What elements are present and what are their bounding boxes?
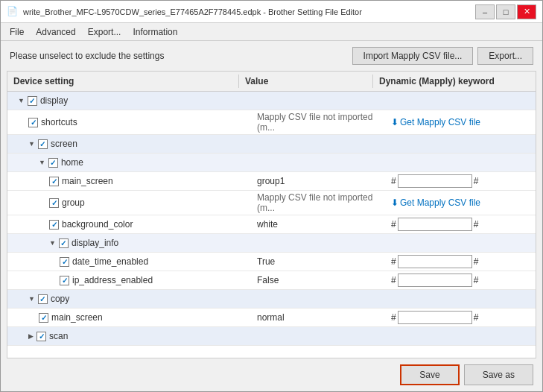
table-row: date_time_enabled True # # xyxy=(7,253,536,271)
expand-icon[interactable]: ▼ xyxy=(39,159,45,166)
row-label: main_screen xyxy=(51,312,103,323)
row-display-keyword xyxy=(387,92,536,110)
row-scan-value xyxy=(253,327,387,345)
hash-suffix: # xyxy=(474,256,479,267)
value-text: normal xyxy=(257,312,285,323)
get-mapply-link[interactable]: Get Mapply CSV file xyxy=(400,117,480,127)
ip-checkbox[interactable] xyxy=(60,276,69,285)
row-label: screen xyxy=(51,139,77,149)
row-screen-keyword xyxy=(387,135,536,153)
save-button[interactable]: Save xyxy=(400,364,459,385)
footer: Save Save as xyxy=(1,358,542,391)
expand-icon[interactable]: ▼ xyxy=(28,140,35,148)
download-icon: ⬇ xyxy=(391,117,398,127)
toolbar-buttons: Import Mapply CSV file... Export... xyxy=(352,47,533,65)
toolbar-instruction: Please unselect to exclude the settings xyxy=(10,51,164,61)
row-label: main_screen xyxy=(62,176,113,186)
value-text: group1 xyxy=(257,176,285,186)
row-display-setting: ▼ display xyxy=(7,92,253,110)
export-button[interactable]: Export... xyxy=(477,47,533,65)
col-value: Value xyxy=(239,75,373,88)
copy-main-screen-keyword-input[interactable] xyxy=(398,311,472,324)
display-checkbox[interactable] xyxy=(28,96,37,106)
row-copy-keyword xyxy=(387,290,536,308)
download-icon: ⬇ xyxy=(391,197,398,208)
row-bg-color-keyword: # # xyxy=(387,215,536,233)
screen-checkbox[interactable] xyxy=(38,139,48,149)
value-text: white xyxy=(257,219,278,230)
row-display-info-value xyxy=(253,234,387,252)
bg-color-keyword-input[interactable] xyxy=(398,218,472,231)
menu-advanced[interactable]: Advanced xyxy=(30,25,81,39)
row-display-info-keyword xyxy=(387,234,536,252)
row-home-keyword xyxy=(387,154,536,171)
table-row: background_color white # # xyxy=(7,215,536,234)
hash-prefix: # xyxy=(391,219,396,230)
expand-icon[interactable]: ▶ xyxy=(28,332,34,340)
row-display-value xyxy=(253,92,387,110)
table-row: ▼ copy xyxy=(7,290,536,309)
minimize-button[interactable]: – xyxy=(475,4,495,19)
row-datetime-keyword: # # xyxy=(387,253,536,271)
hash-suffix: # xyxy=(474,176,479,186)
table-row: ▶ scan xyxy=(7,327,536,346)
save-as-button[interactable]: Save as xyxy=(464,364,533,385)
expand-icon[interactable]: ▼ xyxy=(49,239,56,247)
close-button[interactable]: ✕ xyxy=(517,4,536,19)
copy-checkbox[interactable] xyxy=(38,294,48,304)
table-row: main_screen group1 # # xyxy=(7,172,536,191)
datetime-checkbox[interactable] xyxy=(60,257,69,267)
row-main-screen-keyword: # # xyxy=(387,172,536,190)
title-bar: 📄 write_Brother_MFC-L9570CDW_series_E774… xyxy=(1,1,542,23)
table-row: ▼ home xyxy=(7,154,536,172)
row-label: copy xyxy=(51,294,69,304)
bg-color-checkbox[interactable] xyxy=(49,220,59,230)
content-area: Device setting Value Dynamic (Mapply) ke… xyxy=(7,71,536,358)
hash-prefix: # xyxy=(391,176,396,186)
row-label: scan xyxy=(49,331,68,341)
datetime-keyword-input[interactable] xyxy=(398,255,472,268)
table-row: shortcuts Mapply CSV file not imported (… xyxy=(7,110,536,135)
scan-checkbox[interactable] xyxy=(36,332,46,341)
row-ip-setting: ip_address_enabled xyxy=(7,271,253,289)
row-label: display xyxy=(40,95,68,106)
row-shortcuts-keyword: ⬇ Get Mapply CSV file xyxy=(387,113,536,131)
shortcuts-checkbox[interactable] xyxy=(28,118,38,127)
hash-suffix: # xyxy=(474,312,479,323)
maximize-button[interactable]: □ xyxy=(496,4,515,19)
menu-export[interactable]: Export... xyxy=(82,25,127,39)
table-row: main_screen normal # # xyxy=(7,309,536,327)
value-text: True xyxy=(257,256,275,267)
row-copy-main-screen-setting: main_screen xyxy=(7,309,253,326)
menu-information[interactable]: Information xyxy=(127,25,183,39)
group-checkbox[interactable] xyxy=(49,198,59,208)
row-label: background_color xyxy=(62,219,133,230)
table-row: ▼ screen xyxy=(7,135,536,154)
expand-icon[interactable]: ▼ xyxy=(28,295,35,303)
row-shortcuts-value: Mapply CSV file not imported (m... xyxy=(253,110,387,134)
main-screen-keyword-input[interactable] xyxy=(398,174,472,188)
display-info-checkbox[interactable] xyxy=(59,238,69,248)
get-mapply-link-group[interactable]: Get Mapply CSV file xyxy=(400,197,480,208)
toolbar: Please unselect to exclude the settings … xyxy=(1,41,542,71)
row-datetime-setting: date_time_enabled xyxy=(7,253,253,271)
main-screen-checkbox[interactable] xyxy=(49,177,59,186)
table-row: ▼ display_info xyxy=(7,234,536,253)
value-text: False xyxy=(257,275,279,285)
mapply-not-imported: Mapply CSV file not imported (m... xyxy=(257,112,382,133)
app-icon: 📄 xyxy=(7,6,19,18)
row-copy-main-screen-value: normal xyxy=(253,309,387,326)
row-main-screen-setting: main_screen xyxy=(7,172,253,190)
menu-file[interactable]: File xyxy=(4,25,30,39)
home-checkbox[interactable] xyxy=(48,158,58,168)
copy-main-screen-checkbox[interactable] xyxy=(39,313,48,323)
row-home-setting: ▼ home xyxy=(7,154,253,171)
ip-keyword-input[interactable] xyxy=(398,274,472,287)
expand-icon[interactable]: ▼ xyxy=(18,97,25,104)
row-scan-setting: ▶ scan xyxy=(7,327,253,345)
import-mapply-button[interactable]: Import Mapply CSV file... xyxy=(352,47,474,65)
window-title: write_Brother_MFC-L9570CDW_series_E77465… xyxy=(23,7,362,16)
group-mapply-text: Mapply CSV file not imported (m... xyxy=(257,192,382,213)
table-row: ▼ display xyxy=(7,92,536,110)
row-label: group xyxy=(62,197,85,208)
